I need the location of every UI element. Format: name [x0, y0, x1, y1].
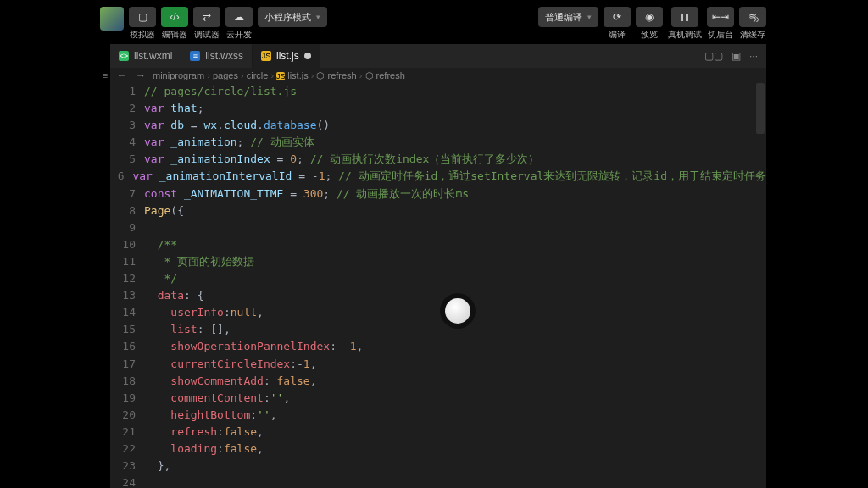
code-line[interactable]: 12 */ — [110, 270, 766, 287]
line-number: 11 — [110, 253, 144, 270]
tab-list.js[interactable]: JSlist.js — [253, 44, 320, 68]
code-line[interactable]: 23 }, — [110, 458, 766, 474]
code-line[interactable]: 18 showCommentAdd: false, — [110, 373, 766, 390]
split-editor-icon[interactable]: ▢▢ — [704, 50, 723, 62]
scrollbar-thumb[interactable] — [756, 83, 765, 134]
line-number: 19 — [110, 390, 144, 407]
nav-forward-icon[interactable]: → — [134, 69, 147, 81]
code-content: /** — [144, 236, 177, 253]
toolbar-label: 调试器 — [194, 29, 220, 41]
line-number: 6 — [110, 168, 132, 185]
wxml-file-icon: <> — [119, 51, 129, 61]
more-icon[interactable]: ··· — [749, 50, 758, 62]
toolbar-overflow[interactable]: » — [753, 12, 760, 25]
mode-dropdown[interactable]: 小程序模式 ▾ — [258, 7, 327, 27]
code-line[interactable]: 13 data: { — [110, 287, 766, 304]
code-line[interactable]: 24 — [110, 474, 766, 488]
breadcrumb-part[interactable]: pages — [213, 70, 238, 80]
toolbar-icon: ⇤⇥ — [707, 7, 734, 27]
toolbar-right-btn-2[interactable]: ⫿⫿真机调试 — [668, 7, 702, 41]
breadcrumb: ← → miniprogram › pages › circle › JS li… — [110, 68, 766, 83]
breadcrumb-part[interactable]: refresh — [328, 70, 357, 80]
code-line[interactable]: 14 userInfo:null, — [110, 304, 766, 321]
line-number: 13 — [110, 287, 144, 304]
toolbar-label: 切后台 — [708, 29, 733, 41]
code-line[interactable]: 11 * 页面的初始数据 — [110, 253, 766, 270]
code-line[interactable]: 4var _animation; // 动画实体 — [110, 134, 766, 151]
breadcrumb-part[interactable]: refresh — [376, 70, 405, 80]
js-file-icon: JS — [261, 51, 271, 61]
code-line[interactable]: 15 list: [], — [110, 321, 766, 338]
toolbar-label: 清缓存 — [740, 29, 765, 41]
js-file-icon: JS — [276, 72, 285, 80]
code-line[interactable]: 10 /** — [110, 236, 766, 253]
toolbar-icon: ☁ — [225, 7, 253, 27]
code-line[interactable]: 8Page({ — [110, 202, 766, 219]
breadcrumb-part[interactable]: list.js — [287, 70, 308, 80]
code-line[interactable]: 7const _ANIMATION_TIME = 300; // 动画播放一次的… — [110, 186, 766, 202]
code-content: * 页面的初始数据 — [144, 253, 254, 270]
code-content: Page({ — [144, 202, 184, 219]
toolbar-btn-1[interactable]: ‹/›编辑器 — [161, 7, 188, 41]
dirty-dot-icon — [304, 53, 311, 59]
code-line[interactable]: 21 refresh:false, — [110, 424, 766, 441]
code-content: commentContent:'', — [144, 390, 290, 407]
code-line[interactable]: 9 — [110, 219, 766, 236]
code-line[interactable]: 16 showOperationPannelIndex: -1, — [110, 338, 766, 355]
line-number: 18 — [110, 373, 144, 390]
code-line[interactable]: 20 heightBottom:'', — [110, 407, 766, 424]
line-number: 2 — [110, 100, 144, 117]
breadcrumb-part[interactable]: circle — [247, 70, 269, 80]
code-line[interactable]: 5var _animationIndex = 0; // 动画执行次数index… — [110, 151, 766, 168]
toolbar-btn-2[interactable]: ⇄调试器 — [193, 7, 220, 41]
code-line[interactable]: 17 currentCircleIndex:-1, — [110, 356, 766, 373]
toolbar-label: 编译 — [609, 29, 626, 41]
toolbar-label: 真机调试 — [668, 29, 702, 41]
titlebar: ▢模拟器‹/›编辑器⇄调试器☁云开发 小程序模式 ▾ 普通编译 ▾ ⟳编译◉预览… — [100, 7, 766, 39]
code-editor[interactable]: 1// pages/circle/list.js2var that;3var d… — [110, 83, 766, 488]
code-content: var _animationIndex = 0; // 动画执行次数index（… — [144, 151, 539, 168]
code-content: loading:false, — [144, 441, 264, 458]
code-line[interactable]: 6var _animationIntervalId = -1; // 动画定时任… — [110, 168, 766, 185]
breadcrumb-part[interactable]: miniprogram — [153, 70, 204, 80]
toolbar-btn-0[interactable]: ▢模拟器 — [129, 7, 156, 41]
gutter-menu-icon[interactable]: ≡ — [100, 68, 110, 83]
left-letterbox — [0, 0, 100, 488]
chevron-down-icon: ▾ — [587, 13, 592, 21]
line-number: 21 — [110, 424, 144, 441]
toolbar-label: 云开发 — [226, 29, 252, 41]
mode-label: 小程序模式 — [264, 11, 311, 24]
line-number: 14 — [110, 304, 144, 321]
tab-label: list.wxml — [134, 50, 172, 62]
code-line[interactable]: 1// pages/circle/list.js — [110, 83, 766, 100]
toolbar-icon: ⫿⫿ — [671, 7, 698, 27]
tabbar-actions: ▢▢ ▣ ··· — [704, 44, 766, 68]
tab-list.wxss[interactable]: ≡list.wxss — [181, 44, 253, 68]
line-number: 5 — [110, 151, 144, 168]
compile-dropdown[interactable]: 普通编译 ▾ — [538, 7, 598, 27]
toolbar-icon: ▢ — [129, 7, 156, 27]
toolbar-btn-3[interactable]: ☁云开发 — [225, 7, 253, 41]
code-content: heightBottom:'', — [144, 407, 277, 424]
toolbar-icon: ‹/› — [161, 7, 188, 27]
toolbar-right-btn-1[interactable]: ◉预览 — [636, 7, 663, 41]
avatar[interactable] — [100, 7, 124, 30]
code-content: */ — [144, 270, 177, 287]
code-content: }, — [144, 458, 170, 474]
right-letterbox — [766, 0, 868, 488]
code-line[interactable]: 19 commentContent:'', — [110, 390, 766, 407]
code-line[interactable]: 3var db = wx.cloud.database() — [110, 117, 766, 134]
code-line[interactable]: 22 loading:false, — [110, 441, 766, 458]
chevron-down-icon: ▾ — [316, 13, 320, 21]
nav-back-icon[interactable]: ← — [115, 69, 129, 81]
toolbar-right-btn-3[interactable]: ⇤⇥切后台 — [707, 7, 734, 41]
code-line[interactable]: 2var that; — [110, 100, 766, 117]
tab-list.wxml[interactable]: <>list.wxml — [110, 44, 181, 68]
code-content: data: { — [144, 287, 203, 304]
symbol-icon: ⬡ — [365, 70, 376, 80]
layout-icon[interactable]: ▣ — [732, 50, 741, 62]
code-content: currentCircleIndex:-1, — [144, 356, 317, 373]
line-number: 22 — [110, 441, 144, 458]
tab-label: list.js — [276, 50, 299, 62]
toolbar-right-btn-0[interactable]: ⟳编译 — [604, 7, 631, 41]
